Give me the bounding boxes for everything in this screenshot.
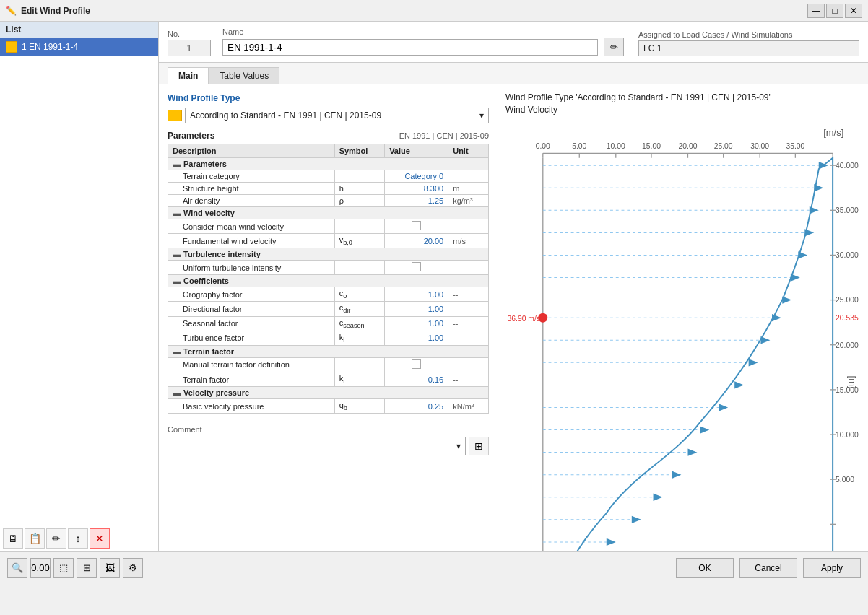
- list-item-icon: [6, 41, 17, 53]
- cancel-button[interactable]: Cancel: [739, 558, 797, 578]
- close-button[interactable]: ✕: [845, 4, 862, 18]
- unit-terrain-factor: --: [448, 372, 489, 386]
- top-fields: No. Name ✏ Assigned to Load Cases / Wind…: [159, 22, 868, 63]
- desc-basic-velocity: Basic velocity pressure: [168, 399, 335, 414]
- col-value: Value: [385, 144, 448, 158]
- name-edit-button[interactable]: ✏: [604, 38, 624, 56]
- value-consider-mean[interactable]: [385, 219, 448, 234]
- wind-profile-rows: 36.90 m/s: [508, 162, 828, 551]
- chart-container: [m/s] [m] 35.00 30.00 25.00 20.00 15.00 …: [505, 121, 861, 551]
- marker-label-left: 36.90 m/s: [508, 315, 540, 323]
- value-fundamental-wind[interactable]: 20.00: [385, 234, 448, 248]
- comment-dropdown[interactable]: ▾: [168, 437, 466, 455]
- bottom-tool-settings-button[interactable]: ⚙: [123, 558, 143, 578]
- value-terrain-factor[interactable]: 0.16: [385, 372, 448, 386]
- col-unit: Unit: [448, 144, 489, 158]
- expand-turbulence-icon[interactable]: ▬: [173, 250, 181, 258]
- tool-delete-button[interactable]: ✕: [90, 528, 110, 549]
- table-row: Air density ρ 1.25 kg/m³: [168, 195, 489, 207]
- value-basic-velocity[interactable]: 0.25: [385, 399, 448, 414]
- symbol-consider-mean: [334, 219, 385, 234]
- tool-new-button[interactable]: 🖥: [3, 528, 23, 549]
- checkbox-consider-mean[interactable]: [412, 221, 421, 230]
- desc-orography: Orography factor: [168, 287, 335, 302]
- apply-button[interactable]: Apply: [803, 558, 861, 578]
- symbol-uniform-turbulence: [334, 261, 385, 275]
- no-input[interactable]: [168, 40, 211, 56]
- dropdown-icon: [168, 110, 182, 121]
- bottom-tools: 🔍 0.00 ⬚ ⊞ 🖼 ⚙: [7, 558, 676, 578]
- value-turbulence-factor[interactable]: 1.00: [385, 331, 448, 345]
- y-tick-15: 15.000: [836, 385, 859, 393]
- unit-uniform-turbulence: [448, 261, 489, 275]
- table-row: Consider mean wind velocity: [168, 219, 489, 234]
- y-tick-40: 40.000: [836, 162, 859, 170]
- symbol-structure-height: h: [334, 183, 385, 195]
- tool-rename-button[interactable]: ✏: [46, 528, 66, 549]
- tab-main[interactable]: Main: [168, 67, 209, 84]
- minimize-button[interactable]: —: [807, 4, 825, 18]
- chart-panel: Wind Profile Type 'According to Standard…: [498, 84, 868, 551]
- expand-wind-velocity-icon[interactable]: ▬: [173, 209, 181, 217]
- checkbox-uniform-turbulence[interactable]: [412, 262, 421, 271]
- window-title: Edit Wind Profile: [21, 6, 90, 16]
- value-uniform-turbulence[interactable]: [385, 261, 448, 275]
- bottom-tool-grid-button[interactable]: ⊞: [77, 558, 97, 578]
- tab-table-values[interactable]: Table Values: [209, 67, 279, 84]
- list-item[interactable]: 1 EN 1991-1-4: [0, 38, 158, 56]
- expand-terrain-factor-icon[interactable]: ▬: [173, 347, 181, 356]
- desc-structure-height: Structure height: [168, 183, 335, 195]
- y-tick-35: 35.000: [836, 206, 859, 214]
- bottom-tool-search-button[interactable]: 🔍: [7, 558, 27, 578]
- table-row: Basic velocity pressure qb 0.25 kN/m²: [168, 399, 489, 414]
- left-panel: List 1 EN 1991-1-4 🖥 📋 ✏ ↕ ✕: [0, 22, 159, 551]
- desc-uniform-turbulence: Uniform turbulence intensity: [168, 261, 335, 275]
- x-tick-5: 5.00: [572, 141, 586, 149]
- desc-fundamental-wind: Fundamental wind velocity: [168, 234, 335, 248]
- app-icon: ✏️: [6, 6, 17, 16]
- chevron-down-icon: ▾: [479, 110, 484, 121]
- bottom-tool-render-button[interactable]: 🖼: [100, 558, 120, 578]
- bottom-actions: OK Cancel Apply: [676, 558, 861, 578]
- arrow-row11: [734, 381, 744, 388]
- symbol-terrain-factor: kr: [334, 372, 385, 386]
- value-directional[interactable]: 1.00: [385, 302, 448, 316]
- arrow-row15: [672, 471, 681, 478]
- expand-parameters-icon[interactable]: ▬: [173, 160, 181, 168]
- wind-profile-dropdown[interactable]: According to Standard - EN 1991 | CEN | …: [185, 108, 489, 123]
- value-terrain-category[interactable]: Category 0: [385, 170, 448, 183]
- name-input[interactable]: [222, 39, 598, 56]
- bottom-tool-cursor-button[interactable]: ⬚: [53, 558, 74, 578]
- desc-directional: Directional factor: [168, 302, 335, 316]
- arrow-row13: [700, 426, 709, 433]
- expand-coefficients-icon[interactable]: ▬: [173, 276, 181, 285]
- parameters-standard: EN 1991 | CEN | 2015-09: [399, 131, 489, 140]
- checkbox-manual-terrain[interactable]: [412, 359, 421, 369]
- assigned-group: Assigned to Load Cases / Wind Simulation…: [638, 30, 859, 56]
- desc-seasonal: Seasonal factor: [168, 316, 335, 331]
- x-tick-35: 35.00: [786, 141, 804, 149]
- expand-velocity-pressure-icon[interactable]: ▬: [173, 388, 181, 397]
- arrow-row16: [654, 493, 663, 500]
- list-item-label: 1 EN 1991-1-4: [22, 42, 78, 52]
- table-row: Terrain factor kr 0.16 --: [168, 372, 489, 386]
- symbol-air-density: ρ: [334, 195, 385, 207]
- unit-manual-terrain: [448, 357, 489, 372]
- maximize-button[interactable]: □: [826, 4, 843, 18]
- value-manual-terrain[interactable]: [385, 357, 448, 372]
- value-structure-height[interactable]: 8.300: [385, 183, 448, 195]
- value-orography[interactable]: 1.00: [385, 287, 448, 302]
- desc-manual-terrain: Manual terrain factor definition: [168, 357, 335, 372]
- ok-button[interactable]: OK: [676, 558, 734, 578]
- tabs: Main Table Values: [159, 63, 868, 84]
- table-row: Manual terrain factor definition: [168, 357, 489, 372]
- x-tick-0: 0.00: [536, 141, 550, 149]
- bottom-tool-value-button[interactable]: 0.00: [30, 558, 51, 578]
- value-seasonal[interactable]: 1.00: [385, 316, 448, 331]
- comment-action-button[interactable]: ⊞: [469, 437, 489, 455]
- title-bar-controls: — □ ✕: [807, 4, 862, 18]
- tool-sort-button[interactable]: ↕: [68, 528, 88, 549]
- tool-copy-button[interactable]: 📋: [25, 528, 45, 549]
- profile-curve: [543, 157, 833, 551]
- value-air-density[interactable]: 1.25: [385, 195, 448, 207]
